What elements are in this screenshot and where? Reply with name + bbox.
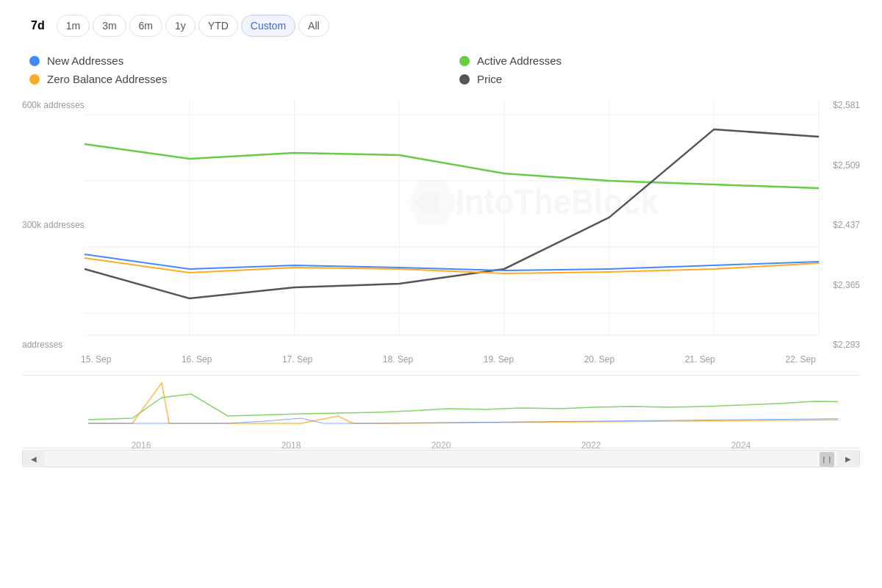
- scroll-left-arrow[interactable]: ◀: [23, 450, 45, 467]
- chart-legend: New Addresses Active Addresses Zero Bala…: [22, 54, 860, 85]
- year-2016: 2016: [132, 440, 151, 451]
- time-btn-7d[interactable]: 7d: [22, 15, 54, 37]
- year-2018: 2018: [282, 440, 301, 451]
- mini-chart-years: 2016 2018 2020 2022 2024: [22, 437, 860, 451]
- x-axis: 15. Sep 16. Sep 17. Sep 18. Sep 19. Sep …: [22, 350, 860, 365]
- legend-label-price: Price: [477, 73, 502, 85]
- y-label-600k: 600k addresses: [22, 100, 85, 110]
- legend-active-addresses: Active Addresses: [459, 54, 860, 67]
- x-label-sep16: 16. Sep: [182, 354, 212, 365]
- legend-label-active-addresses: Active Addresses: [477, 54, 562, 67]
- time-btn-ytd[interactable]: YTD: [198, 15, 238, 37]
- y-label-2293: $2,293: [820, 340, 860, 350]
- year-2022: 2022: [581, 440, 601, 451]
- mini-chart-svg: [22, 376, 860, 434]
- main-container: 7d 1m 3m 6m 1y YTD Custom All New Addres…: [0, 0, 882, 588]
- x-label-sep22: 22. Sep: [786, 354, 816, 365]
- time-btn-6m[interactable]: 6m: [129, 15, 162, 37]
- chart-section: 600k addresses 300k addresses addresses …: [22, 100, 860, 467]
- time-btn-all[interactable]: All: [298, 15, 329, 37]
- y-label-2365: $2,365: [820, 280, 860, 290]
- year-2020: 2020: [431, 440, 451, 451]
- scroll-track[interactable]: ❙❙: [45, 451, 837, 467]
- legend-dot-zero-balance: [29, 74, 40, 85]
- y-label-300k: 300k addresses: [22, 220, 85, 230]
- active-addresses-line: [85, 144, 819, 188]
- scroll-right-arrow[interactable]: ▶: [837, 450, 859, 467]
- time-range-bar: 7d 1m 3m 6m 1y YTD Custom All: [22, 15, 860, 37]
- watermark: IntoTheBlock: [405, 181, 659, 225]
- legend-dot-new-addresses: [29, 56, 40, 66]
- x-label-sep15: 15. Sep: [81, 354, 111, 365]
- legend-zero-balance: Zero Balance Addresses: [29, 73, 430, 85]
- y-label-2437: $2,437: [820, 220, 860, 230]
- x-label-sep19: 19. Sep: [484, 354, 514, 365]
- legend-new-addresses: New Addresses: [29, 54, 430, 67]
- time-btn-3m[interactable]: 3m: [93, 15, 126, 37]
- main-chart: 600k addresses 300k addresses addresses …: [22, 100, 860, 350]
- y-label-0: addresses: [22, 340, 85, 350]
- new-addresses-line: [85, 254, 819, 270]
- y-label-2509: $2,509: [820, 160, 860, 171]
- x-label-sep17: 17. Sep: [282, 354, 312, 365]
- y-axis-left: 600k addresses 300k addresses addresses: [22, 100, 85, 350]
- legend-label-new-addresses: New Addresses: [47, 54, 123, 67]
- legend-label-zero-balance: Zero Balance Addresses: [47, 73, 167, 85]
- year-2024: 2024: [731, 440, 751, 451]
- scrollbar[interactable]: ◀ ❙❙ ▶: [22, 450, 860, 467]
- time-btn-1y[interactable]: 1y: [165, 15, 196, 37]
- legend-dot-active-addresses: [459, 56, 470, 66]
- time-btn-custom[interactable]: Custom: [241, 15, 295, 37]
- mini-chart-section: 2016 2018 2020 2022 2024: [22, 375, 860, 448]
- x-label-sep21: 21. Sep: [685, 354, 715, 365]
- scroll-thumb[interactable]: ❙❙: [820, 452, 834, 467]
- main-chart-svg: IntoTheBlock: [85, 100, 820, 350]
- x-label-sep18: 18. Sep: [383, 354, 413, 365]
- x-label-sep20: 20. Sep: [584, 354, 614, 365]
- legend-dot-price: [459, 74, 470, 85]
- time-btn-1m[interactable]: 1m: [57, 15, 90, 37]
- legend-price: Price: [459, 73, 860, 85]
- y-axis-right: $2,581 $2,509 $2,437 $2,365 $2,293: [820, 100, 860, 350]
- y-label-2581: $2,581: [820, 100, 860, 110]
